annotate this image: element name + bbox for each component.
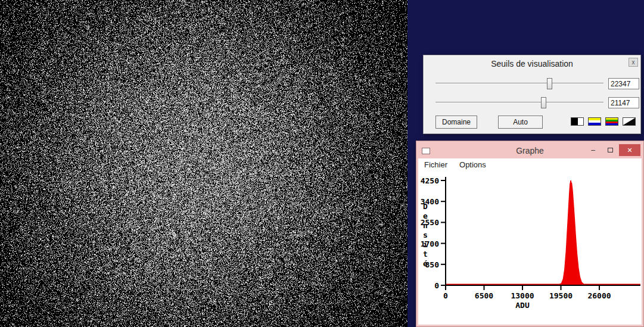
multicolor-palette-icon[interactable] bbox=[605, 117, 618, 126]
black-white-palette-icon[interactable] bbox=[571, 117, 584, 126]
high-threshold-slider[interactable] bbox=[435, 78, 603, 89]
x-tick-label: 6500 bbox=[475, 291, 493, 300]
menu-fichier[interactable]: Fichier bbox=[424, 160, 447, 169]
dialog-close-button[interactable]: x bbox=[629, 58, 638, 67]
y-axis-label-letter: D bbox=[423, 202, 428, 211]
threshold-dialog: Seuils de visualisation x Domaine Auto bbox=[423, 55, 641, 134]
x-tick-label: 26000 bbox=[587, 291, 611, 300]
low-threshold-slider[interactable] bbox=[435, 97, 603, 108]
menubar: Fichier Options bbox=[418, 158, 642, 171]
maximize-icon bbox=[608, 148, 613, 152]
y-tick-label: 0 bbox=[434, 281, 439, 290]
high-threshold-thumb[interactable] bbox=[547, 78, 552, 89]
y-axis-label-letter: n bbox=[423, 221, 428, 230]
y-axis-label-letter: t bbox=[423, 250, 428, 259]
y-axis-label-letter: e bbox=[423, 211, 428, 220]
graph-window: Graphe – ✕ Fichier Options 0850170025503… bbox=[416, 141, 644, 327]
low-threshold-thumb[interactable] bbox=[541, 97, 546, 108]
y-axis-label-letter: i bbox=[423, 240, 428, 249]
graph-titlebar: Graphe – ✕ bbox=[418, 143, 642, 158]
dialog-title: Seuils de visualisation bbox=[424, 55, 640, 68]
x-tick-label: 0 bbox=[443, 291, 448, 300]
window-controls: – ✕ bbox=[584, 144, 640, 156]
ramp-palette-icon[interactable] bbox=[623, 117, 636, 126]
x-tick-label: 13000 bbox=[511, 291, 534, 300]
minimize-button[interactable]: – bbox=[584, 144, 602, 156]
auto-button[interactable]: Auto bbox=[498, 116, 543, 129]
desktop: Seuils de visualisation x Domaine Auto G… bbox=[0, 0, 644, 327]
histogram-area bbox=[446, 180, 626, 285]
domaine-button[interactable]: Domaine bbox=[435, 116, 477, 129]
x-axis-label: ADU bbox=[515, 301, 530, 310]
y-axis-label-letter: s bbox=[423, 231, 428, 239]
close-button[interactable]: ✕ bbox=[619, 144, 640, 156]
axes bbox=[446, 177, 640, 285]
slider-track[interactable] bbox=[435, 102, 603, 103]
x-tick-label: 19500 bbox=[549, 291, 573, 300]
histogram-chart: 0850170025503400425006500130001950026000… bbox=[418, 171, 642, 325]
y-tick-label: 4250 bbox=[421, 176, 439, 185]
graph-body: 0850170025503400425006500130001950026000… bbox=[418, 171, 642, 325]
maximize-button[interactable] bbox=[602, 144, 619, 156]
yellow-blue-palette-icon[interactable] bbox=[588, 117, 601, 126]
image-view[interactable] bbox=[0, 0, 407, 327]
high-threshold-value[interactable] bbox=[608, 78, 639, 89]
slider-track[interactable] bbox=[435, 83, 603, 84]
menu-options[interactable]: Options bbox=[459, 160, 486, 169]
palette-icons bbox=[571, 117, 636, 126]
low-threshold-value[interactable] bbox=[608, 97, 639, 108]
y-axis-label-letter: é bbox=[423, 259, 428, 268]
